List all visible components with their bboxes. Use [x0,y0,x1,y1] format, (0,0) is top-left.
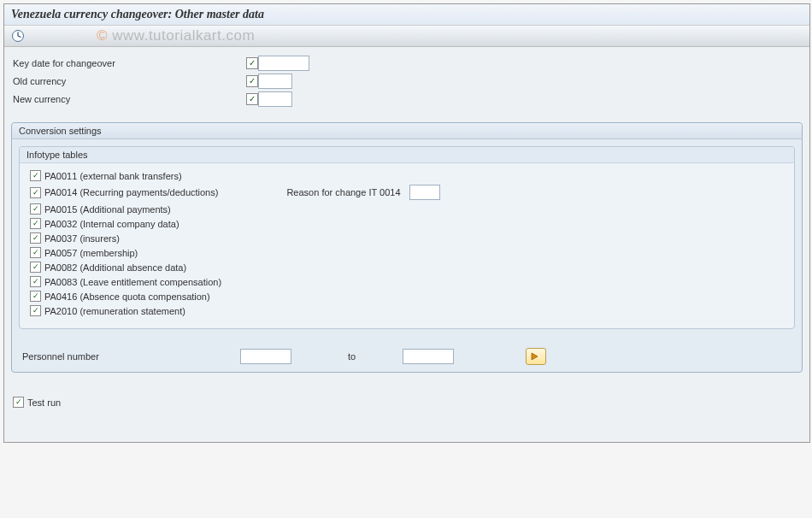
infotype-row: PA0416 (Absence quota compensation) [30,291,784,302]
infotype-label: PA0032 (Internal company data) [44,219,179,229]
personnel-number-row: Personnel number to [19,348,795,365]
key-date-label: Key date for changeover [11,58,246,68]
infotype-checkbox[interactable] [30,305,41,316]
app-window: Venezuela currency changeover: Other mas… [3,3,810,443]
infotype-label: PA0014 (Recurring payments/deductions) [44,187,218,197]
new-currency-row: New currency [11,91,803,107]
title-bar: Venezuela currency changeover: Other mas… [4,4,809,26]
infotype-label: PA0416 (Absence quota compensation) [44,291,210,302]
key-date-input[interactable] [258,56,309,71]
conversion-settings-title: Conversion settings [12,123,802,139]
infotype-checkbox[interactable] [30,262,41,273]
infotype-checkbox[interactable] [30,291,41,302]
reason-for-change-input[interactable] [409,185,440,200]
infotype-tables-group: Infotype tables PA0011 (external bank tr… [19,146,795,329]
infotype-row: PA0037 (insurers) [30,233,784,244]
old-currency-row: Old currency [11,74,803,89]
infotype-tables-title: Infotype tables [20,147,794,163]
infotype-label: PA0011 (external bank transfers) [44,171,182,181]
infotype-label: PA2010 (remuneration statement) [44,306,185,316]
infotype-checkbox[interactable] [30,203,41,215]
old-currency-required-indicator[interactable] [246,75,258,87]
to-label: to [291,351,403,362]
personnel-number-from-input[interactable] [240,349,291,364]
infotype-checkbox[interactable] [30,233,41,244]
reason-for-change-label: Reason for change IT 0014 [286,187,400,197]
infotype-row: PA0057 (membership) [30,247,784,258]
infotype-checkbox[interactable] [30,276,41,287]
infotype-row: PA0083 (Leave entitlement compensation) [30,276,784,287]
infotype-row: PA0014 (Recurring payments/deductions)Re… [30,185,784,200]
old-currency-label: Old currency [11,76,246,86]
new-currency-required-indicator[interactable] [246,93,258,105]
key-date-required-indicator[interactable] [246,57,258,69]
infotype-label: PA0057 (membership) [44,248,138,258]
infotype-label: PA0015 (Additional payments) [44,204,171,215]
infotype-checkbox[interactable] [30,170,41,181]
infotype-checkbox[interactable] [30,247,41,258]
old-currency-input[interactable] [258,74,292,89]
new-currency-input[interactable] [258,91,292,107]
infotype-list: PA0011 (external bank transfers)PA0014 (… [20,163,794,328]
execute-button[interactable] [11,29,25,43]
infotype-label: PA0037 (insurers) [44,233,120,244]
personnel-number-to-input[interactable] [403,349,454,364]
toolbar: © www.tutorialkart.com [4,26,809,47]
new-currency-label: New currency [11,94,246,104]
infotype-label: PA0082 (Additional absence data) [44,262,186,273]
page-title: Venezuela currency changeover: Other mas… [11,8,803,21]
infotype-row: PA0011 (external bank transfers) [30,170,784,181]
personnel-number-label: Personnel number [22,351,240,362]
infotype-row: PA0015 (Additional payments) [30,203,784,215]
infotype-row: PA2010 (remuneration statement) [30,305,784,316]
test-run-row: Test run [11,397,803,408]
infotype-label: PA0083 (Leave entitlement compensation) [44,277,221,287]
svg-marker-3 [532,353,538,360]
infotype-checkbox[interactable] [30,218,41,229]
test-run-checkbox[interactable] [13,397,24,408]
conversion-settings-group: Conversion settings Infotype tables PA00… [11,122,803,373]
infotype-row: PA0082 (Additional absence data) [30,262,784,273]
infotype-row: PA0032 (Internal company data) [30,218,784,229]
infotype-checkbox[interactable] [30,187,41,198]
key-date-row: Key date for changeover [11,56,803,71]
content: Key date for changeover Old currency New… [4,47,809,442]
multiple-selection-button[interactable] [526,348,546,365]
test-run-label: Test run [27,397,61,408]
watermark: © www.tutorialkart.com [97,27,255,44]
